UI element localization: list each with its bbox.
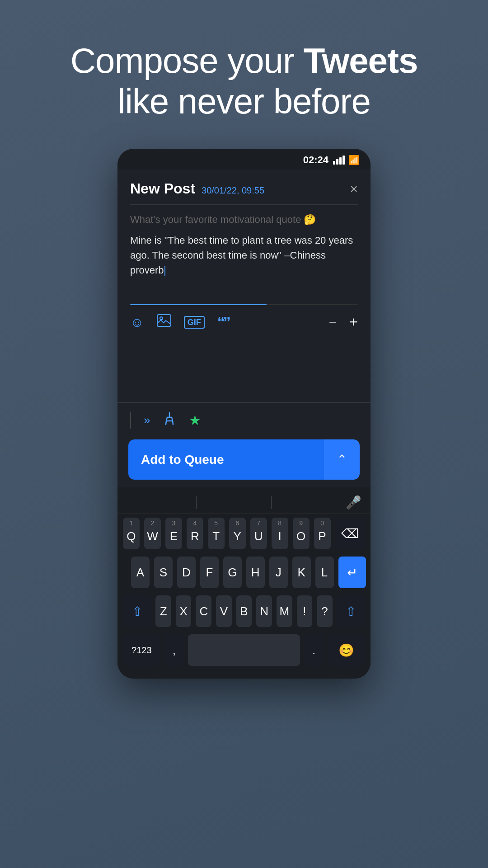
hero-title: Compose your Tweets like never before (36, 41, 452, 122)
hero-bold: Tweets (304, 41, 418, 80)
keyboard-row-3: ⇧ Z X C V B N M ! ? ⇧ (117, 592, 371, 631)
signal-icon (333, 156, 345, 165)
key-v[interactable]: V (216, 595, 232, 627)
keyboard-row-1: 1Q 2W 3E 4R 5T 6Y 7U 8I 9O 0P ⌫ (117, 514, 371, 553)
post-title-group: New Post 30/01/22, 09:55 (130, 180, 264, 197)
minus-button[interactable]: − (329, 315, 337, 330)
post-title: New Post (130, 180, 195, 197)
key-m[interactable]: M (277, 595, 292, 627)
key-l[interactable]: L (315, 557, 334, 588)
key-g[interactable]: G (223, 557, 242, 588)
gif-button[interactable]: GIF (184, 316, 205, 329)
hero-section: Compose your Tweets like never before (0, 0, 488, 149)
comma-key[interactable]: , (165, 634, 183, 666)
key-j[interactable]: J (269, 557, 288, 588)
key-k[interactable]: K (292, 557, 311, 588)
empty-space (117, 339, 371, 402)
add-to-queue-button[interactable]: Add to Queue (128, 439, 324, 480)
key-i[interactable]: 8I (272, 518, 288, 549)
quote-button[interactable]: “” (217, 313, 229, 331)
key-s[interactable]: S (154, 557, 173, 588)
queue-expand-button[interactable]: ⌃ (324, 439, 360, 480)
key-r[interactable]: 4R (187, 518, 203, 549)
status-bar: 02:24 📶 (117, 149, 371, 170)
hero-line2: like never before (117, 81, 371, 121)
phone-mockup: 02:24 📶 New Post 30/01/22, 09:55 × (117, 149, 371, 679)
key-z[interactable]: Z (155, 595, 171, 627)
key-w[interactable]: 2W (144, 518, 161, 549)
tweet-body[interactable]: Mine is "The best time to plant a tree w… (130, 233, 358, 278)
period-key[interactable]: . (305, 634, 323, 666)
svg-rect-0 (157, 315, 171, 326)
backspace-key[interactable]: ⌫ (335, 518, 366, 549)
key-o[interactable]: 9O (293, 518, 310, 549)
key-a[interactable]: A (131, 557, 150, 588)
compose-toolbar: ☺ GIF “” − + (117, 305, 371, 339)
key-n[interactable]: N (256, 595, 272, 627)
hero-line1: Compose your Tweets (70, 41, 418, 80)
status-time: 02:24 (303, 154, 328, 166)
wifi-icon: 📶 (348, 155, 360, 165)
status-icons: 📶 (333, 155, 360, 165)
app-content: New Post 30/01/22, 09:55 × What's your f… (117, 170, 371, 679)
keyboard-suggestions: 🎤 (117, 491, 371, 514)
key-x[interactable]: X (176, 595, 192, 627)
space-key[interactable] (188, 634, 300, 666)
action-vert-divider (130, 412, 131, 429)
symbols-key[interactable]: ?123 (123, 634, 160, 666)
key-t[interactable]: 5T (208, 518, 225, 549)
post-header: New Post 30/01/22, 09:55 × (117, 170, 371, 204)
key-question[interactable]: ? (317, 595, 333, 627)
emoji-button[interactable]: ☺ (130, 315, 144, 330)
key-c[interactable]: C (196, 595, 211, 627)
shift-key-right[interactable]: ⇧ (337, 595, 365, 627)
key-d[interactable]: D (177, 557, 196, 588)
key-f[interactable]: F (200, 557, 219, 588)
enter-key[interactable]: ↵ (338, 557, 366, 588)
shift-key-left[interactable]: ⇧ (123, 595, 151, 627)
keyboard: 🎤 1Q 2W 3E 4R 5T 6Y 7U 8I 9O 0P ⌫ A S D (117, 487, 371, 679)
key-q[interactable]: 1Q (123, 518, 140, 549)
star-button[interactable]: ★ (189, 412, 201, 428)
tweet-prompt: What's your favorite motivational quote … (130, 214, 358, 226)
suggestion-divider-left (196, 496, 197, 509)
forward-button[interactable]: » (144, 413, 150, 427)
text-cursor (164, 266, 165, 276)
emoji-key[interactable]: 😊 (328, 634, 365, 666)
plugin-button[interactable] (163, 412, 176, 429)
key-exclamation[interactable]: ! (297, 595, 313, 627)
keyboard-row-2: A S D F G H J K L ↵ (117, 553, 371, 592)
queue-button-container: Add to Queue ⌃ (128, 439, 360, 480)
action-bar: » ★ (117, 403, 371, 436)
key-u[interactable]: 7U (250, 518, 267, 549)
key-b[interactable]: B (236, 595, 252, 627)
close-button[interactable]: × (350, 182, 358, 196)
image-button[interactable] (157, 314, 171, 330)
key-p[interactable]: 0P (314, 518, 331, 549)
plus-button[interactable]: + (349, 314, 358, 330)
suggestion-divider-right (271, 496, 272, 509)
tweet-area[interactable]: What's your favorite motivational quote … (117, 205, 371, 304)
svg-point-1 (160, 317, 163, 320)
key-y[interactable]: 6Y (229, 518, 246, 549)
chevron-up-icon: ⌃ (337, 452, 347, 467)
key-h[interactable]: H (246, 557, 265, 588)
key-e[interactable]: 3E (165, 518, 182, 549)
keyboard-bottom-row: ?123 , . 😊 (117, 631, 371, 670)
post-date: 30/01/22, 09:55 (202, 185, 264, 196)
microphone-icon[interactable]: 🎤 (346, 495, 361, 510)
